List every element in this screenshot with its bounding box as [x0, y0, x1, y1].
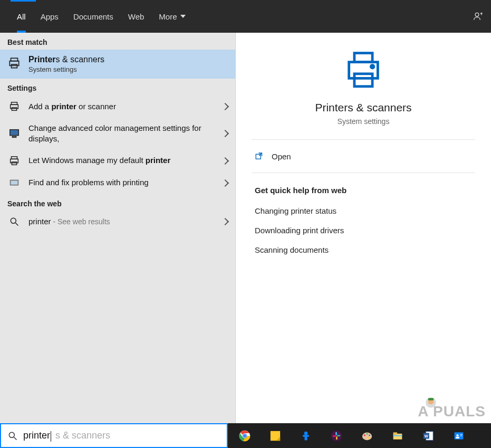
svg-rect-9: [12, 137, 16, 138]
chevron-right-icon: [223, 178, 228, 188]
svg-rect-48: [393, 435, 402, 436]
search-autocomplete-ghost: s & scanners: [55, 430, 110, 441]
svg-rect-54: [456, 436, 459, 438]
taskbar: W: [228, 423, 491, 448]
svg-rect-55: [460, 434, 463, 434]
detail-title: Printers & scanners: [315, 101, 411, 114]
printer-icon: [7, 155, 21, 167]
detail-hero: Printers & scanners System settings: [252, 49, 475, 140]
svg-line-16: [16, 223, 18, 225]
settings-item-fix-printing[interactable]: Find and fix problems with printing: [0, 172, 235, 194]
tab-more[interactable]: More: [151, 0, 192, 33]
best-match-subtitle: System settings: [28, 65, 104, 73]
detail-subtitle: System settings: [338, 117, 390, 126]
chevron-right-icon: [223, 129, 228, 138]
taskbar-app-sticky-notes[interactable]: [268, 428, 283, 443]
quick-help-link-printer-status[interactable]: Changing printer status: [252, 201, 475, 221]
svg-rect-6: [12, 108, 16, 111]
settings-item-color-management[interactable]: Change advanced color management setting…: [0, 118, 235, 150]
taskbar-app-file-explorer[interactable]: [390, 428, 405, 443]
section-best-match: Best match: [0, 33, 235, 50]
taskbar-app-contact-card[interactable]: [451, 428, 466, 443]
svg-point-15: [11, 218, 16, 223]
svg-rect-14: [11, 180, 18, 184]
chevron-right-icon: [223, 217, 228, 226]
settings-item-add-printer[interactable]: Add a printer or scanner: [0, 96, 235, 118]
svg-point-53: [456, 434, 458, 436]
detail-pane: Printers & scanners System settings Open…: [236, 33, 491, 423]
svg-text:W: W: [425, 433, 428, 438]
open-action[interactable]: Open: [252, 140, 475, 173]
svg-rect-38: [337, 435, 340, 436]
settings-item-default-printer[interactable]: Let Windows manage my default printer: [0, 150, 235, 172]
web-result-label: printer - See web results: [28, 216, 215, 227]
taskbar-app-chrome[interactable]: [237, 428, 252, 443]
search-filter-tabbar: All Apps Documents Web More: [0, 0, 491, 33]
svg-rect-3: [12, 64, 17, 68]
feedback-icon: [473, 11, 484, 22]
quick-help-link-print-drivers[interactable]: Downloading print drivers: [252, 221, 475, 240]
svg-point-44: [369, 434, 370, 436]
svg-point-0: [475, 13, 479, 16]
tab-more-label: More: [159, 12, 177, 21]
web-result[interactable]: printer - See web results: [0, 211, 235, 232]
search-input[interactable]: printers & scanners: [0, 423, 228, 448]
svg-rect-19: [354, 74, 372, 87]
section-settings: Settings: [0, 79, 235, 96]
tab-web[interactable]: Web: [121, 0, 152, 33]
chevron-down-icon: [180, 15, 186, 18]
troubleshoot-icon: [7, 177, 21, 189]
svg-point-45: [368, 437, 369, 439]
svg-rect-24: [428, 398, 434, 400]
taskbar-app-word[interactable]: W: [421, 428, 436, 443]
svg-point-20: [371, 65, 373, 68]
svg-rect-35: [303, 435, 309, 436]
svg-rect-39: [336, 436, 338, 439]
section-search-web: Search the web: [0, 194, 235, 211]
tab-all[interactable]: All: [9, 0, 33, 33]
svg-point-31: [243, 434, 246, 437]
watermark-mascot-icon: [424, 396, 438, 409]
tab-apps[interactable]: Apps: [33, 0, 66, 33]
feedback-button[interactable]: [466, 0, 491, 33]
settings-item-label: Change advanced color management setting…: [28, 123, 215, 145]
search-results-panel: Best match Printers & scanners System se…: [0, 33, 491, 423]
svg-rect-40: [333, 435, 336, 437]
search-icon: [7, 431, 18, 441]
open-icon: [255, 151, 264, 161]
svg-line-26: [14, 437, 17, 440]
svg-rect-12: [12, 161, 16, 165]
printer-icon: [7, 101, 21, 112]
svg-rect-47: [393, 432, 398, 434]
svg-point-33: [304, 431, 308, 435]
chevron-right-icon: [223, 102, 228, 111]
svg-point-42: [364, 434, 365, 436]
svg-point-25: [9, 432, 14, 437]
chevron-right-icon: [223, 156, 228, 166]
best-match-title: Printers & scanners: [28, 55, 104, 64]
tab-documents[interactable]: Documents: [66, 0, 121, 33]
quick-help-heading: Get quick help from web: [252, 173, 475, 201]
svg-rect-37: [335, 432, 337, 435]
taskbar-app-person[interactable]: [299, 428, 313, 443]
search-typed-text: printer: [23, 430, 50, 441]
printer-large-icon: [342, 49, 385, 92]
settings-item-label: Add a printer or scanner: [28, 101, 215, 112]
svg-point-43: [367, 433, 368, 434]
monitor-icon: [7, 128, 21, 139]
search-icon: [7, 216, 21, 227]
printer-icon: [7, 56, 21, 72]
svg-rect-56: [460, 435, 463, 436]
taskbar-app-paint[interactable]: [360, 428, 374, 443]
settings-item-label: Let Windows manage my default printer: [28, 155, 215, 166]
results-list: Best match Printers & scanners System se…: [0, 33, 236, 423]
svg-rect-7: [10, 130, 19, 136]
best-match-result[interactable]: Printers & scanners System settings: [0, 50, 235, 79]
svg-rect-17: [354, 53, 372, 62]
quick-help-link-scanning[interactable]: Scanning documents: [252, 240, 475, 260]
open-label: Open: [272, 152, 291, 161]
watermark: A PUALS: [418, 403, 486, 420]
settings-item-label: Find and fix problems with printing: [28, 177, 215, 188]
taskbar-app-slack[interactable]: [329, 428, 344, 443]
